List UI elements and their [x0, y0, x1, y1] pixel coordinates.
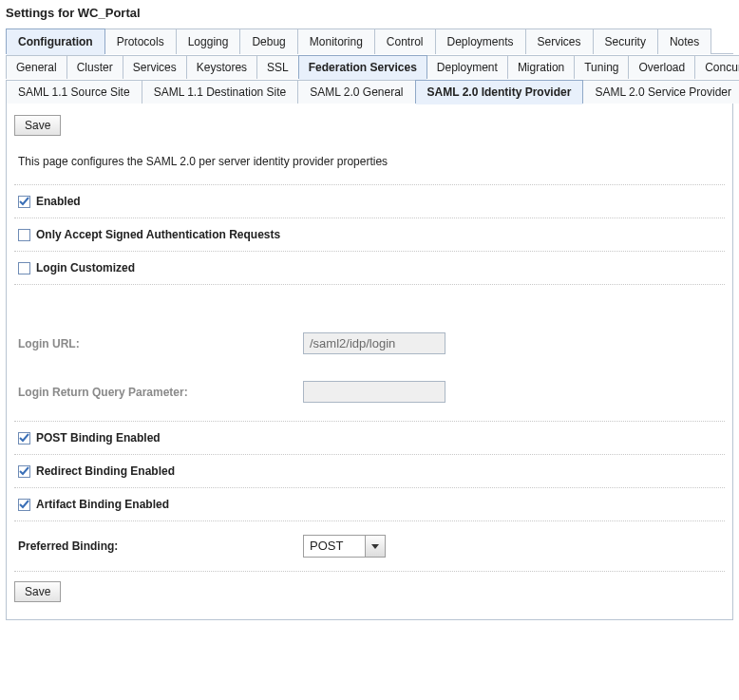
tab-monitoring[interactable]: Monitoring — [297, 28, 375, 54]
tab-saml20-sp[interactable]: SAML 2.0 Service Provider — [582, 80, 739, 104]
login-return-qp-label: Login Return Query Parameter: — [18, 386, 303, 399]
preferred-binding-value: POST — [304, 536, 365, 557]
tab-protocols[interactable]: Protocols — [104, 28, 177, 54]
tab-deployment[interactable]: Deployment — [426, 55, 508, 79]
redirect-binding-label: Redirect Binding Enabled — [36, 464, 175, 478]
tab-general[interactable]: General — [6, 55, 67, 79]
login-url-label: Login URL: — [18, 337, 303, 350]
checkmark-icon — [19, 433, 29, 444]
tab-services[interactable]: Services — [525, 28, 594, 54]
login-customized-checkbox[interactable] — [18, 262, 30, 274]
login-customized-label: Login Customized — [36, 261, 135, 274]
tab-security[interactable]: Security — [593, 28, 658, 54]
tab-saml11-source[interactable]: SAML 1.1 Source Site — [6, 80, 142, 104]
tab-configuration[interactable]: Configuration — [6, 28, 105, 54]
tab-deployments[interactable]: Deployments — [435, 28, 526, 54]
tab-concurrency[interactable]: Concurre — [694, 55, 739, 79]
tab-migration[interactable]: Migration — [507, 55, 575, 79]
post-binding-label: POST Binding Enabled — [36, 431, 161, 445]
tab-content: Save This page configures the SAML 2.0 p… — [6, 104, 733, 620]
tab-debug[interactable]: Debug — [239, 28, 297, 54]
page-description: This page configures the SAML 2.0 per se… — [14, 142, 725, 185]
tab-notes[interactable]: Notes — [657, 28, 711, 54]
login-return-qp-input[interactable] — [303, 381, 445, 403]
login-url-input[interactable] — [303, 332, 445, 354]
preferred-binding-label: Preferred Binding: — [18, 539, 303, 553]
only-signed-checkbox[interactable] — [18, 229, 30, 241]
tab-cluster[interactable]: Cluster — [66, 55, 123, 79]
chevron-down-icon[interactable] — [365, 536, 385, 557]
save-button[interactable]: Save — [14, 115, 61, 136]
tabs-level3: SAML 1.1 Source Site SAML 1.1 Destinatio… — [6, 79, 733, 104]
checkmark-icon — [19, 197, 29, 207]
enabled-checkbox[interactable] — [18, 196, 30, 208]
redirect-binding-checkbox[interactable] — [18, 465, 30, 478]
page-title: Settings for WC_Portal — [6, 4, 733, 26]
artifact-binding-checkbox[interactable] — [18, 499, 30, 511]
checkmark-icon — [19, 466, 29, 477]
tab-overload[interactable]: Overload — [628, 55, 695, 79]
post-binding-checkbox[interactable] — [18, 432, 30, 445]
tab-ssl[interactable]: SSL — [256, 55, 299, 79]
tab-saml11-destination[interactable]: SAML 1.1 Destination Site — [142, 80, 299, 104]
artifact-binding-label: Artifact Binding Enabled — [36, 498, 169, 511]
tab-tuning[interactable]: Tuning — [574, 55, 629, 79]
tab-logging[interactable]: Logging — [176, 28, 241, 54]
tabs-level1: Configuration Protocols Logging Debug Mo… — [6, 28, 733, 54]
tab-saml20-general[interactable]: SAML 2.0 General — [297, 80, 415, 104]
save-button-bottom[interactable]: Save — [14, 581, 61, 602]
checkmark-icon — [19, 500, 29, 510]
svg-marker-0 — [371, 544, 379, 549]
tab-federation-services[interactable]: Federation Services — [298, 55, 427, 79]
only-signed-label: Only Accept Signed Authentication Reques… — [36, 228, 280, 241]
tabs-level2: General Cluster Services Keystores SSL F… — [6, 54, 733, 79]
preferred-binding-select[interactable]: POST — [303, 535, 386, 558]
tab-saml20-idp[interactable]: SAML 2.0 Identity Provider — [415, 80, 584, 104]
enabled-label: Enabled — [36, 195, 81, 208]
tab-control[interactable]: Control — [374, 28, 436, 54]
tab-services-sub[interactable]: Services — [123, 55, 187, 79]
tab-keystores[interactable]: Keystores — [186, 55, 257, 79]
